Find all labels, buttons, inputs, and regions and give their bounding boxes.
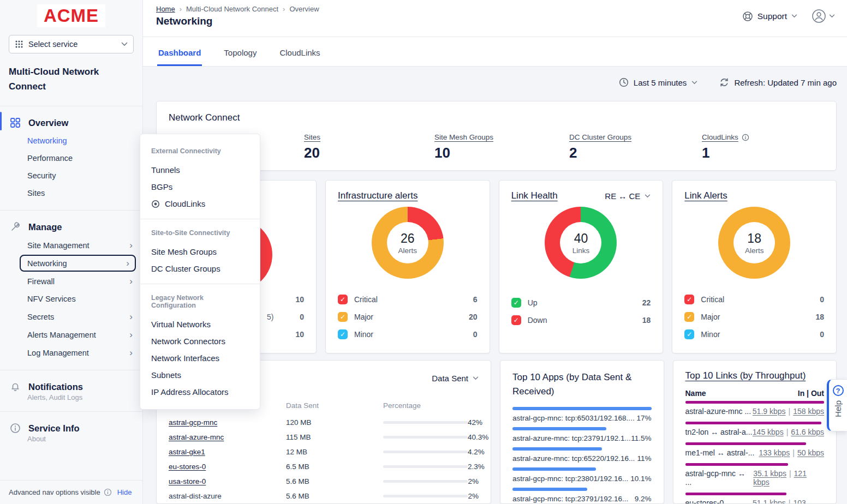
minor-checkbox[interactable]: ✓ (684, 329, 694, 339)
breadcrumb-product[interactable]: Multi-Cloud Network Connect (186, 5, 278, 13)
in-throughput-link[interactable]: 133 kbps (759, 448, 790, 457)
refresh-control[interactable]: Refresh: Updated 7 min ago (719, 77, 837, 87)
infrastructure-alerts-title[interactable]: Infrastructure alerts (338, 190, 478, 201)
infrastructure-alerts-card: Infrastructure alerts 26 Alerts ✓Critica… (325, 180, 490, 353)
flyout-item-network-interfaces[interactable]: Network Interfaces (151, 350, 249, 367)
critical-checkbox[interactable]: ✓ (338, 295, 348, 304)
service-info-sublabel: About (0, 435, 142, 445)
time-range-dropdown[interactable]: Last 5 minutes (619, 77, 698, 87)
legend-label-fragment: 5) (267, 313, 273, 321)
sidebar-item-secrets[interactable]: Secrets› (0, 308, 142, 325)
user-menu[interactable] (812, 9, 835, 23)
chevron-down-icon (691, 81, 697, 85)
sidebar-item-alerts-management[interactable]: Alerts Management› (0, 326, 142, 343)
table-row: usa-store-05.6 MB2% (169, 474, 479, 489)
chevron-down-icon (645, 194, 651, 198)
sidebar-item-firewall[interactable]: Firewall› (0, 273, 142, 290)
data-sent-value: 5.6 MB (286, 477, 383, 485)
flyout-item-dc-cluster-groups[interactable]: DC Cluster Groups (151, 260, 249, 277)
sidebar-item-overview[interactable]: Overview (0, 114, 142, 131)
breadcrumb-separator: › (180, 5, 182, 13)
flyout-item-tunnels[interactable]: Tunnels (151, 161, 249, 178)
link-bar (685, 422, 821, 424)
in-throughput-link[interactable]: 51.9 kbps (753, 407, 786, 416)
percentage-bar (383, 451, 468, 453)
out-throughput-link[interactable]: 50 kbps (797, 448, 824, 457)
info-icon[interactable] (742, 134, 749, 141)
out-throughput-link[interactable]: 158 kbps (793, 407, 824, 416)
link-health-title[interactable]: Link Health (511, 190, 558, 201)
down-checkbox[interactable]: ✓ (511, 315, 521, 325)
nfv-services-label: NFV Services (27, 295, 133, 303)
in-throughput-link[interactable]: 145 kbps (753, 428, 784, 436)
sidebar: ACME Select service Multi-Cloud Network … (0, 0, 143, 504)
top-links-title[interactable]: Top 10 Links (by Throughput) (685, 370, 825, 381)
tab-dashboard[interactable]: Dashboard (157, 48, 202, 66)
flyout-item-bgps[interactable]: BGPs (151, 178, 249, 195)
sidebar-item-sites[interactable]: Sites (0, 185, 142, 201)
help-tab[interactable]: ? Help (827, 379, 847, 431)
donut-center-label: Alerts (398, 247, 417, 255)
site-name-link[interactable]: astral-azure-mnc (169, 433, 286, 441)
hide-nav-link[interactable]: Hide (117, 488, 132, 496)
data-sent-selector[interactable]: Data Sent (432, 374, 479, 383)
stat-site-mesh-groups-link[interactable]: Site Mesh Groups (434, 133, 493, 141)
separator: | (789, 469, 791, 478)
out-throughput-link[interactable]: 61.6 kbps (791, 428, 824, 436)
tab-cloudlinks[interactable]: CloudLinks (278, 48, 321, 66)
flyout-section-header: Site-to-Site Connectivity (151, 229, 249, 237)
stat-cloudlinks-link[interactable]: CloudLinks (702, 133, 749, 141)
major-checkbox[interactable]: ✓ (684, 312, 694, 322)
up-checkbox[interactable]: ✓ (511, 298, 521, 308)
flyout-item-ip-address-allocators[interactable]: IP Address Allocators (151, 383, 249, 400)
chevron-right-icon: › (129, 330, 133, 339)
sidebar-item-manage-networking[interactable]: Networking› (20, 255, 136, 272)
networking-label: Networking (27, 136, 67, 145)
legend-value: 10 (295, 330, 304, 339)
flyout-item-site-mesh-groups[interactable]: Site Mesh Groups (151, 243, 249, 260)
legend-value: 20 (469, 313, 478, 321)
wrench-icon (10, 221, 21, 232)
sidebar-section-service-info: Service Info About (0, 411, 142, 453)
tab-topology[interactable]: Topology (223, 48, 258, 66)
in-throughput-link[interactable]: 51.1 kbps (753, 499, 786, 504)
minor-checkbox[interactable]: ✓ (338, 329, 348, 339)
legend-value: 10 (295, 295, 304, 304)
site-name-link[interactable]: usa-store-0 (169, 477, 286, 485)
link-alerts-title[interactable]: Link Alerts (684, 190, 824, 201)
flyout-item-subnets[interactable]: Subnets (151, 367, 249, 383)
sidebar-item-performance[interactable]: Performance (0, 150, 142, 166)
flyout-section-header: External Connectivity (151, 147, 249, 155)
col-percentage: Percentage (383, 401, 468, 410)
stat-dc-cluster-groups-link[interactable]: DC Cluster Groups (569, 133, 631, 141)
critical-checkbox[interactable]: ✓ (684, 295, 694, 304)
support-menu[interactable]: Support (742, 11, 797, 22)
link-health-selector[interactable]: RE ↔ CE (605, 191, 651, 201)
sidebar-item-networking[interactable]: Networking (0, 133, 142, 149)
sidebar-item-manage[interactable]: Manage (0, 218, 142, 236)
in-throughput-link[interactable]: 35.1 kbps (753, 469, 786, 478)
stat-site-mesh-groups: Site Mesh Groups 10 (434, 133, 493, 161)
stat-dc-cluster-groups-value: 2 (569, 145, 631, 161)
link-health-donut: 40 Links (545, 207, 617, 279)
site-name-link[interactable]: astral-gke1 (169, 448, 286, 456)
major-checkbox[interactable]: ✓ (338, 312, 348, 322)
legend-row-major: ✓Major18 (684, 308, 824, 326)
breadcrumb-home[interactable]: Home (156, 5, 175, 13)
sidebar-item-log-management[interactable]: Log Management› (0, 344, 142, 361)
sidebar-item-nfv-services[interactable]: NFV Services (0, 291, 142, 307)
stat-sites-link[interactable]: Sites (304, 133, 320, 141)
site-name-link[interactable]: eu-stores-0 (169, 463, 286, 471)
percentage-value: 42% (468, 418, 482, 427)
flyout-item-network-connectors[interactable]: Network Connectors (151, 333, 249, 350)
app-row: astral-azure-mnc: tcp:23791/192.1...11.5… (512, 427, 652, 442)
site-name-link[interactable]: astral-gcp-mnc (169, 418, 286, 427)
legend-value: 22 (642, 298, 651, 307)
flyout-item-cloudlinks[interactable]: CloudLinks (151, 195, 249, 212)
link-name: astral-gcp-mnc ↔ ... (685, 469, 754, 487)
select-service-dropdown[interactable]: Select service (9, 35, 134, 53)
sidebar-item-security[interactable]: Security (0, 167, 142, 184)
network-connectors-label: Network Connectors (151, 337, 225, 346)
flyout-item-virtual-networks[interactable]: Virtual Networks (151, 316, 249, 333)
sidebar-item-site-management[interactable]: Site Management› (0, 237, 142, 254)
